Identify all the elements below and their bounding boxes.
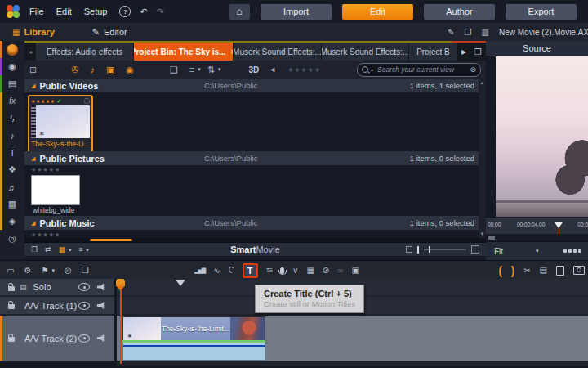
chevron-down-icon[interactable]: ▾ bbox=[69, 247, 71, 253]
track-header-av2-active[interactable]: A/V Track (2) bbox=[0, 316, 114, 362]
trim-mode-icon[interactable]: ∨ bbox=[292, 266, 298, 275]
link-clips-icon[interactable]: ∞ bbox=[337, 266, 343, 275]
magnetic-snap-icon[interactable]: ⊘ bbox=[323, 266, 329, 275]
transport-controls[interactable] bbox=[564, 249, 581, 253]
author-mode-button[interactable]: Author bbox=[424, 4, 495, 20]
sidebar-item-more-content[interactable]: ◈ bbox=[0, 213, 24, 230]
mark-in-icon[interactable]: ( bbox=[498, 263, 501, 277]
copy-timeline-icon[interactable]: ❐ bbox=[82, 266, 89, 275]
info-icon[interactable]: ⓘ bbox=[84, 97, 90, 105]
playhead-line[interactable] bbox=[120, 279, 122, 364]
collapse-triangle-icon[interactable]: ◢ bbox=[31, 155, 35, 162]
preview-monitor-icon[interactable]: ▭ bbox=[7, 266, 14, 275]
rating-filter-stars[interactable]: ★★★★★ bbox=[287, 66, 321, 74]
lock-icon[interactable] bbox=[8, 304, 15, 309]
tab-muserk-2[interactable]: Muserk Sound Effects:... bbox=[322, 43, 409, 61]
library-vertical-scrollbar[interactable]: ▲ ▼ bbox=[479, 79, 486, 238]
lock-icon[interactable] bbox=[8, 286, 15, 291]
snapshot-icon[interactable]: ▣ bbox=[351, 266, 359, 275]
fit-dropdown[interactable]: Fit bbox=[494, 247, 503, 256]
record-icon[interactable]: ◎ bbox=[65, 266, 72, 275]
lock-icon[interactable] bbox=[8, 337, 15, 342]
sidebar-item-sound-effects[interactable]: ▦ bbox=[0, 195, 24, 213]
subtitle-icon[interactable]: T≡ bbox=[266, 267, 273, 274]
tab-project-bin[interactable]: Project Bin: The Sky is... × bbox=[134, 43, 234, 61]
multicam-icon[interactable]: ▦ bbox=[306, 266, 314, 275]
search-options-caret-icon[interactable]: ▾ bbox=[371, 67, 373, 73]
menu-setup[interactable]: Setup bbox=[84, 7, 108, 16]
track-lane-av2-active[interactable]: ✶ The-Sky-is-the-Limit... bbox=[117, 316, 588, 362]
sidebar-item-settings[interactable]: ◎ bbox=[0, 230, 24, 247]
mark-out-icon[interactable]: ) bbox=[511, 263, 514, 277]
timeline-marker-triangle[interactable] bbox=[176, 280, 185, 286]
scroll-down-icon[interactable]: ▼ bbox=[480, 231, 485, 236]
scrollbar-thumb[interactable] bbox=[90, 239, 132, 241]
view-options-icon[interactable]: ≡ bbox=[189, 65, 194, 74]
picture-thumbnail[interactable] bbox=[31, 175, 80, 205]
home-button[interactable]: ⌂ bbox=[229, 4, 250, 20]
sidebar-item-projects[interactable]: ◉ bbox=[0, 58, 24, 75]
search-input[interactable] bbox=[376, 65, 467, 74]
sidebar-item-montage[interactable]: ❖ bbox=[0, 161, 24, 178]
clip-audio-part[interactable] bbox=[122, 343, 265, 361]
track-header-solo[interactable]: ▤ Solo bbox=[0, 279, 114, 297]
tab-effects-audio[interactable]: Effects: Audio effects bbox=[36, 43, 133, 61]
video-clip[interactable]: ✶ The-Sky-is-the-Limit... bbox=[122, 316, 265, 361]
collapse-triangle-icon[interactable]: ◢ bbox=[31, 83, 35, 89]
clip-video-part[interactable]: ✶ The-Sky-is-the-Limit... bbox=[122, 316, 265, 340]
camera-snapshot-icon[interactable] bbox=[573, 266, 585, 275]
chevron-down-icon[interactable]: ▾ bbox=[536, 248, 539, 254]
speaker-mute-icon[interactable] bbox=[97, 302, 106, 309]
scroll-up-icon[interactable]: ▲ bbox=[480, 80, 485, 85]
eye-visibility-icon[interactable] bbox=[78, 283, 90, 291]
tag-icon[interactable]: ✎ bbox=[448, 28, 454, 37]
filter-projects-icon[interactable]: ◉ bbox=[126, 65, 134, 75]
video-asset-selected[interactable]: ★★★★★ ✔ ⓘ ✶ The-Sky-is-the-Li... bbox=[28, 95, 93, 154]
eye-visibility-icon[interactable] bbox=[78, 302, 90, 310]
audio-mixer-icon[interactable]: ▂▅▇ bbox=[194, 267, 205, 274]
chevron-down-icon[interactable]: ▾ bbox=[86, 247, 88, 253]
item-rating-stars[interactable]: ★★★★★ bbox=[31, 98, 55, 104]
filter-audio-icon[interactable]: ♪ bbox=[90, 65, 95, 74]
tab-muserk-1[interactable]: Muserk Sound Effects:... bbox=[234, 43, 321, 61]
edit-mode-button[interactable]: Edit bbox=[342, 4, 413, 20]
clear-search-icon[interactable]: ⊗ bbox=[470, 65, 476, 74]
undock-panel-icon[interactable]: ❐ bbox=[470, 43, 486, 61]
speaker-mute-icon[interactable] bbox=[97, 334, 106, 342]
section-header-public-pictures[interactable]: ◢ Public Pictures C:\Users\Public 1 item… bbox=[24, 151, 486, 165]
thumbnail-zoom-slider[interactable] bbox=[424, 249, 466, 250]
track-header-av1[interactable]: A/V Track (1) bbox=[0, 297, 114, 316]
filter-videos-icon[interactable]: ✇ bbox=[71, 65, 78, 75]
tabs-overflow-icon[interactable]: ▶ bbox=[458, 43, 470, 61]
sidebar-item-effects[interactable]: fx bbox=[0, 92, 24, 110]
sidebar-item-scorefitter[interactable]: ♬ bbox=[0, 178, 24, 195]
video-thumbnail[interactable]: ✶ bbox=[31, 105, 90, 138]
zoom-in-thumbnails-button[interactable] bbox=[471, 245, 479, 254]
film-strip-icon[interactable]: ▤ bbox=[540, 266, 547, 275]
sidebar-item-transitions[interactable]: ϟ bbox=[0, 110, 24, 127]
thumbnail-view-icon[interactable]: ▦ bbox=[59, 245, 66, 254]
sidebar-item-latest-imports[interactable] bbox=[0, 41, 24, 58]
source-timecode-ruler[interactable]: 00:00 00:00:04.00 00:0 bbox=[486, 217, 588, 234]
sort-icon[interactable]: ⇅ bbox=[207, 65, 215, 75]
undo-icon[interactable]: ↶ bbox=[140, 7, 147, 17]
sidebar-item-titles[interactable]: T bbox=[0, 144, 24, 161]
scrollbar-thumb[interactable] bbox=[488, 236, 495, 240]
speaker-mute-icon[interactable] bbox=[97, 284, 106, 291]
menu-file[interactable]: File bbox=[29, 7, 44, 16]
duplicate-icon[interactable]: ❐ bbox=[31, 245, 38, 254]
group-by-folder-icon[interactable]: ❑ bbox=[170, 65, 178, 75]
audio-wave-icon[interactable]: ∿ bbox=[213, 266, 220, 275]
section-header-public-videos[interactable]: ◢ Public Videos C:\Users\Public 1 items,… bbox=[24, 79, 486, 92]
keyboard-track-icon[interactable]: ▤ bbox=[20, 283, 27, 291]
item-rating-stars[interactable]: ★★★★★ bbox=[31, 167, 60, 173]
sidebar-item-collections[interactable]: ▤ bbox=[0, 75, 24, 92]
filter-3d-label[interactable]: 3D bbox=[249, 65, 260, 74]
audio-ducking-icon[interactable]: Ϛ bbox=[229, 266, 234, 275]
tab-editor[interactable]: ✎ Editor bbox=[92, 27, 127, 38]
chevron-down-icon[interactable]: ▾ bbox=[51, 267, 55, 274]
tab-project-b[interactable]: Project B bbox=[409, 43, 458, 61]
tabs-back-icon[interactable]: ◂ bbox=[24, 43, 36, 61]
redo-icon[interactable]: ↷ bbox=[157, 7, 164, 17]
marker-icon[interactable]: ⚑ bbox=[41, 266, 48, 275]
